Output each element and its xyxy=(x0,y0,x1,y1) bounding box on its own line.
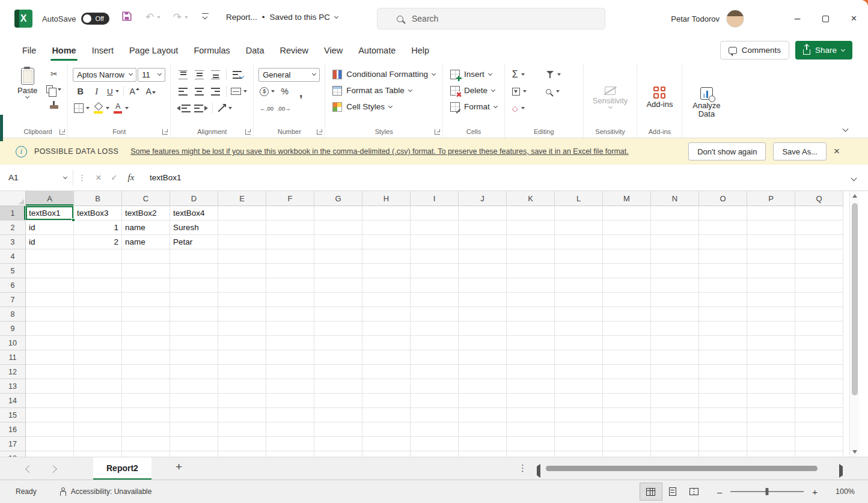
cell-L17[interactable] xyxy=(555,437,603,451)
cell-B12[interactable] xyxy=(74,365,122,379)
accounting-format-button[interactable]: $ xyxy=(258,84,276,99)
cell-K8[interactable] xyxy=(507,307,555,322)
cell-C3[interactable]: name xyxy=(122,235,170,249)
font-family-select[interactable]: Aptos Narrow xyxy=(73,68,136,82)
borders-button[interactable] xyxy=(73,101,91,116)
cell-B6[interactable] xyxy=(74,278,122,293)
cell-K14[interactable] xyxy=(507,394,555,408)
cell-D10[interactable] xyxy=(170,336,218,350)
middle-align-button[interactable] xyxy=(192,67,207,82)
cell-B13[interactable] xyxy=(74,379,122,394)
row-header-13[interactable]: 13 xyxy=(0,379,26,394)
cell-O11[interactable] xyxy=(699,350,747,365)
styles-dialog-launcher[interactable] xyxy=(435,129,440,135)
cell-E5[interactable] xyxy=(218,264,266,278)
tab-file[interactable]: File xyxy=(14,37,44,64)
cell-F18[interactable] xyxy=(266,451,314,457)
cell-E9[interactable] xyxy=(218,322,266,336)
cell-D15[interactable] xyxy=(170,408,218,422)
clear-button[interactable]: ◇ xyxy=(510,104,543,113)
cell-J4[interactable] xyxy=(459,249,507,264)
share-button[interactable]: Share xyxy=(795,41,852,59)
cell-A6[interactable] xyxy=(26,278,74,293)
row-header-1[interactable]: 1 xyxy=(0,206,26,221)
close-button[interactable]: × xyxy=(840,0,868,37)
font-size-select[interactable]: 11 xyxy=(138,68,165,82)
previous-sheet-button[interactable] xyxy=(25,465,33,473)
cell-P18[interactable] xyxy=(747,451,795,457)
cell-H1[interactable] xyxy=(362,206,411,221)
cell-O17[interactable] xyxy=(699,437,747,451)
format-painter-button[interactable] xyxy=(45,97,63,112)
row-header-16[interactable]: 16 xyxy=(0,422,26,437)
account-area[interactable]: Petar Todorov xyxy=(671,10,744,28)
cell-F13[interactable] xyxy=(266,379,314,394)
cell-K1[interactable] xyxy=(507,206,555,221)
cell-Q18[interactable] xyxy=(795,451,843,457)
cell-C6[interactable] xyxy=(122,278,170,293)
cell-A11[interactable] xyxy=(26,350,74,365)
font-dialog-launcher[interactable] xyxy=(162,129,168,135)
cell-L14[interactable] xyxy=(555,394,603,408)
cell-M4[interactable] xyxy=(603,249,651,264)
cell-G14[interactable] xyxy=(314,394,362,408)
cell-H2[interactable] xyxy=(362,221,411,235)
cell-A13[interactable] xyxy=(26,379,74,394)
zoom-slider-thumb[interactable] xyxy=(766,488,769,495)
cell-H12[interactable] xyxy=(362,365,411,379)
cell-F10[interactable] xyxy=(266,336,314,350)
row-header-15[interactable]: 15 xyxy=(0,408,26,422)
cell-I14[interactable] xyxy=(411,394,459,408)
cell-F12[interactable] xyxy=(266,365,314,379)
cell-E1[interactable] xyxy=(218,206,266,221)
insert-cells-button[interactable]: Insert xyxy=(448,66,500,82)
cell-A15[interactable] xyxy=(26,408,74,422)
cell-A2[interactable]: id xyxy=(26,221,74,235)
increase-indent-button[interactable] xyxy=(193,101,209,116)
cell-B9[interactable] xyxy=(74,322,122,336)
column-header-L[interactable]: L xyxy=(555,191,603,206)
insert-function-button[interactable]: fx xyxy=(122,172,140,183)
warning-close-button[interactable]: × xyxy=(834,145,840,157)
number-format-select[interactable]: General xyxy=(258,68,320,82)
decrease-indent-button[interactable] xyxy=(176,101,192,116)
cell-L7[interactable] xyxy=(555,293,603,307)
cell-F2[interactable] xyxy=(266,221,314,235)
cell-K18[interactable] xyxy=(507,451,555,457)
cell-K9[interactable] xyxy=(507,322,555,336)
cell-I2[interactable] xyxy=(411,221,459,235)
new-sheet-button[interactable]: + xyxy=(176,460,182,474)
normal-view-button[interactable] xyxy=(640,483,662,500)
cell-P14[interactable] xyxy=(747,394,795,408)
cell-Q16[interactable] xyxy=(795,422,843,437)
cell-C14[interactable] xyxy=(122,394,170,408)
zoom-out-button[interactable]: – xyxy=(714,487,726,497)
cell-E2[interactable] xyxy=(218,221,266,235)
cell-K3[interactable] xyxy=(507,235,555,249)
cell-M18[interactable] xyxy=(603,451,651,457)
cell-E13[interactable] xyxy=(218,379,266,394)
cell-A1[interactable]: textBox1 xyxy=(26,206,74,221)
cell-C5[interactable] xyxy=(122,264,170,278)
cell-J2[interactable] xyxy=(459,221,507,235)
addins-button[interactable]: Add-ins xyxy=(642,85,677,109)
cell-D3[interactable]: Petar xyxy=(170,235,218,249)
cell-H5[interactable] xyxy=(362,264,411,278)
cell-B10[interactable] xyxy=(74,336,122,350)
cell-P11[interactable] xyxy=(747,350,795,365)
cell-O8[interactable] xyxy=(699,307,747,322)
page-layout-view-button[interactable] xyxy=(662,483,683,500)
cut-button[interactable]: ✂ xyxy=(45,66,63,81)
cell-E4[interactable] xyxy=(218,249,266,264)
cell-N7[interactable] xyxy=(651,293,699,307)
cell-C12[interactable] xyxy=(122,365,170,379)
warning-message-link[interactable]: Some features might be lost if you save … xyxy=(130,147,679,156)
cell-L5[interactable] xyxy=(555,264,603,278)
cell-D17[interactable] xyxy=(170,437,218,451)
cell-O18[interactable] xyxy=(699,451,747,457)
cell-Q10[interactable] xyxy=(795,336,843,350)
analyze-data-button[interactable]: Analyze Data xyxy=(687,85,726,118)
cell-P8[interactable] xyxy=(747,307,795,322)
cell-D5[interactable] xyxy=(170,264,218,278)
cell-J3[interactable] xyxy=(459,235,507,249)
